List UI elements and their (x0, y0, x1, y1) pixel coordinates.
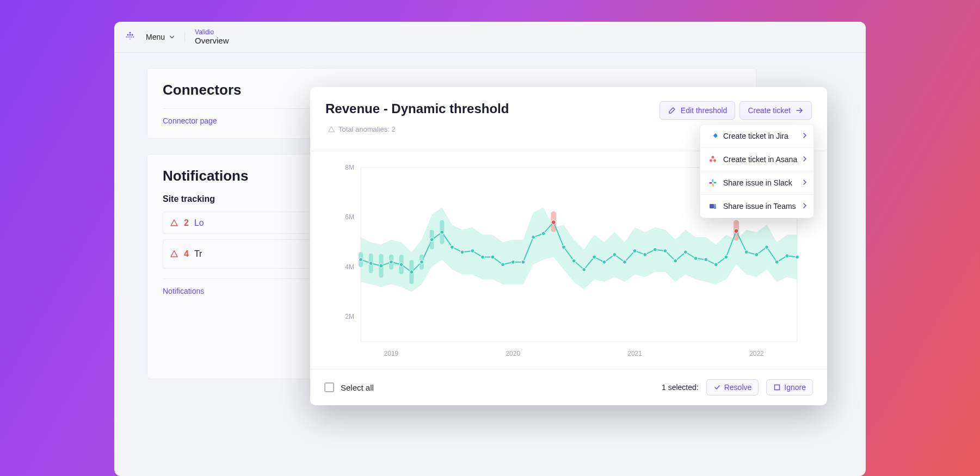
alert-count: 2 (184, 218, 189, 228)
create-ticket-label: Create ticket (748, 106, 791, 115)
square-icon (773, 384, 781, 391)
svg-point-72 (755, 253, 759, 257)
svg-point-45 (480, 255, 484, 259)
dropdown-item-asana[interactable]: Create ticket in Asana (700, 148, 813, 171)
svg-point-64 (674, 259, 677, 263)
svg-point-8 (130, 39, 131, 40)
svg-point-75 (785, 254, 789, 258)
svg-point-13 (710, 159, 712, 162)
chevron-right-icon (802, 132, 808, 140)
svg-rect-16 (714, 182, 717, 184)
svg-point-78 (359, 258, 363, 262)
menu-label: Menu (146, 33, 165, 41)
svg-point-60 (633, 249, 637, 253)
svg-point-94 (440, 230, 444, 234)
svg-point-14 (713, 159, 716, 162)
resolve-label: Resolve (724, 383, 752, 392)
dropdown-item-label: Create ticket in Asana (723, 155, 797, 164)
arrow-right-icon (795, 106, 804, 115)
anomalies-text: Total anomalies: 2 (338, 125, 396, 133)
alert-icon (170, 250, 178, 258)
dropdown-item-slack[interactable]: Share issue in Slack (700, 171, 813, 195)
svg-point-46 (491, 255, 495, 259)
dropdown-item-teams[interactable]: Share issue in Teams (700, 195, 813, 218)
svg-rect-18 (710, 182, 712, 184)
svg-point-44 (471, 249, 474, 253)
svg-point-71 (744, 250, 748, 254)
svg-point-67 (704, 258, 708, 262)
dropdown-item-label: Share issue in Teams (723, 202, 796, 211)
asana-icon (708, 154, 718, 164)
modal-title: Revenue - Dynamic threshold (325, 101, 509, 116)
jira-icon (708, 131, 718, 141)
modal-footer: Select all 1 selected: Resolve Ignore (310, 369, 827, 405)
select-all-checkbox[interactable] (324, 382, 334, 392)
chevron-right-icon (802, 178, 808, 187)
svg-point-6 (131, 36, 132, 38)
svg-text:2020: 2020 (506, 350, 520, 357)
dropdown-item-label: Create ticket in Jira (723, 132, 788, 140)
svg-rect-19 (710, 204, 714, 208)
dropdown-item-label: Share issue in Slack (723, 178, 792, 187)
page-title: Overview (195, 36, 229, 46)
chevron-down-icon (168, 33, 176, 41)
svg-point-65 (683, 250, 687, 254)
svg-point-66 (694, 256, 698, 260)
app-window: Menu Validio Overview Connectors Connect… (114, 22, 866, 476)
chevron-right-icon (802, 202, 808, 211)
svg-point-51 (541, 232, 545, 236)
svg-point-73 (765, 245, 769, 249)
svg-text:6M: 6M (345, 213, 354, 221)
svg-rect-17 (712, 184, 714, 187)
svg-point-5 (128, 36, 130, 38)
svg-text:2022: 2022 (749, 350, 764, 357)
svg-text:4M: 4M (345, 263, 354, 271)
svg-point-57 (602, 260, 606, 264)
threshold-modal: Revenue - Dynamic threshold Edit thresho… (310, 87, 827, 405)
svg-point-86 (399, 263, 403, 267)
svg-point-54 (572, 259, 576, 263)
svg-text:2019: 2019 (384, 350, 399, 357)
selected-count: 1 selected: (662, 383, 699, 392)
svg-point-20 (714, 204, 716, 206)
create-ticket-button[interactable]: Create ticket (739, 101, 812, 120)
teams-icon (708, 201, 718, 211)
svg-point-48 (511, 260, 515, 264)
resolve-button[interactable]: Resolve (706, 379, 759, 395)
svg-point-68 (714, 263, 718, 267)
svg-text:8M: 8M (345, 164, 354, 171)
slack-icon (708, 178, 718, 188)
svg-point-43 (460, 250, 464, 254)
svg-point-80 (369, 262, 373, 265)
ignore-button[interactable]: Ignore (766, 379, 813, 395)
alert-count: 4 (184, 249, 189, 259)
svg-point-47 (501, 263, 505, 267)
row-label: Tr (194, 249, 202, 259)
edit-threshold-label: Edit threshold (681, 106, 728, 115)
edit-threshold-button[interactable]: Edit threshold (660, 101, 736, 120)
svg-point-49 (521, 260, 525, 264)
breadcrumb: Validio Overview (195, 28, 229, 46)
svg-text:2021: 2021 (627, 350, 642, 357)
svg-point-4 (126, 36, 128, 38)
check-icon (713, 384, 721, 391)
menu-dropdown[interactable]: Menu (146, 33, 185, 41)
svg-point-53 (562, 245, 566, 249)
create-ticket-dropdown: Create ticket in Jira Create ticket in A… (700, 124, 814, 218)
svg-rect-21 (714, 206, 716, 209)
brand-label: Validio (195, 28, 229, 36)
validio-logo-icon (124, 31, 136, 43)
alert-icon (170, 219, 178, 227)
edit-icon (668, 106, 676, 115)
svg-point-3 (132, 34, 133, 36)
svg-point-61 (643, 253, 647, 257)
svg-point-59 (622, 260, 626, 264)
dropdown-item-jira[interactable]: Create ticket in Jira (700, 125, 813, 148)
svg-point-76 (796, 255, 799, 259)
svg-point-56 (592, 255, 596, 259)
svg-point-92 (430, 238, 434, 242)
svg-point-55 (582, 268, 586, 271)
svg-point-95 (551, 220, 556, 225)
app-header: Menu Validio Overview (114, 22, 866, 53)
svg-point-0 (130, 32, 131, 34)
